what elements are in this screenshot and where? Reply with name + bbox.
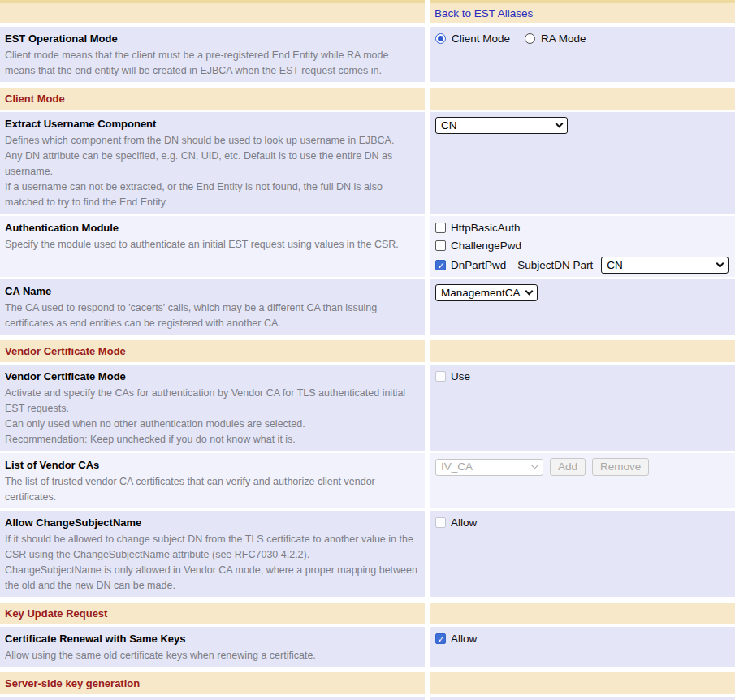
row-list-of-vendor-cas: List of Vendor CAs The list of trusted v…	[0, 453, 735, 508]
challengepwd-checkbox-label: ChallengePwd	[451, 240, 521, 252]
client-mode-radio-label: Client Mode	[452, 32, 510, 45]
section-client-mode: Client Mode Extract Username Component D…	[0, 88, 735, 335]
ca-name-select[interactable]: ManagementCA	[435, 284, 538, 301]
row-certificate-renewal: Certificate Renewal with Same Keys Allow…	[0, 627, 735, 667]
ca-name-info: CA Name The CA used to respond to 'cacer…	[0, 279, 425, 335]
vendor-certificate-mode-desc2: Can only used when no other authenticati…	[5, 417, 420, 432]
vendor-certificate-mode-label: Vendor Certificate Mode	[5, 369, 420, 383]
certificate-renewal-info: Certificate Renewal with Same Keys Allow…	[0, 627, 425, 667]
row-extract-username-component: Extract Username Component Defines which…	[0, 112, 735, 214]
extract-username-desc2: Any DN attribute can be specified, e.g. …	[5, 149, 420, 179]
vendor-ca-list-desc: The list of trusted vendor CA certificat…	[5, 474, 420, 505]
authentication-module-info: Authentication Module Specify the module…	[0, 216, 425, 277]
subjectdn-part-select[interactable]: CN	[601, 257, 729, 274]
server-side-section-header-right	[430, 672, 735, 694]
vendor-use-checkbox-label: Use	[451, 370, 470, 382]
add-vendor-ca-button: Add	[550, 458, 586, 476]
ra-mode-radio[interactable]	[525, 33, 535, 44]
ca-name-select-value: ManagementCA	[441, 287, 521, 299]
row-authentication-module: Authentication Module Specify the module…	[0, 216, 735, 277]
est-operational-mode-controls: Client Mode RA Mode	[430, 27, 735, 82]
top-band-left	[0, 0, 425, 23]
server-side-section-title: Server-side key generation	[5, 677, 140, 689]
allow-change-subject-name-checkbox-label: Allow	[451, 516, 477, 529]
remove-vendor-ca-button: Remove	[592, 458, 649, 476]
allow-change-subject-name-label: Allow ChangeSubjectName	[5, 516, 420, 529]
row-vendor-certificate-mode: Vendor Certificate Mode Activate and spe…	[0, 365, 735, 451]
subjectdn-part-label: SubjectDN Part	[517, 259, 593, 271]
dnpartpwd-checkbox-label: DnPartPwd	[451, 259, 506, 271]
enable-server-side-keygen-controls: Allow	[430, 697, 735, 700]
certificate-renewal-controls: Allow	[430, 627, 735, 667]
ra-mode-radio-label: RA Mode	[541, 32, 586, 45]
allow-change-subject-name-checkbox	[435, 517, 446, 528]
vendor-use-checkbox	[435, 371, 446, 382]
client-mode-section-title: Client Mode	[5, 93, 65, 105]
row-allow-change-subject-name: Allow ChangeSubjectName If it should be …	[0, 511, 735, 597]
vendor-section-header: Vendor Certificate Mode	[0, 340, 735, 362]
allow-change-subject-name-desc1: If it should be allowed to change subjec…	[5, 532, 420, 563]
est-operational-mode-desc: Client mode means that the client must b…	[5, 48, 420, 79]
vendor-certificate-mode-desc1: Activate and specify the CAs for authent…	[5, 386, 420, 417]
vendor-section-header-right	[430, 340, 735, 362]
vendor-section-title: Vendor Certificate Mode	[5, 345, 126, 357]
chevron-down-icon	[716, 259, 724, 267]
extract-username-controls: CN	[430, 112, 735, 214]
allow-change-subject-name-controls: Allow	[430, 511, 735, 597]
key-update-section-title: Key Update Request	[5, 607, 107, 620]
chevron-down-icon	[556, 119, 564, 127]
httpbasicauth-checkbox[interactable]	[435, 223, 446, 233]
extract-username-label: Extract Username Component	[5, 117, 420, 131]
client-mode-section-header-right	[430, 88, 735, 110]
chevron-down-icon	[531, 461, 539, 469]
ca-name-label: CA Name	[5, 284, 420, 298]
challengepwd-checkbox[interactable]	[435, 240, 446, 251]
chevron-down-icon	[525, 287, 533, 295]
extract-username-desc3: If a username can not be extracted, or t…	[5, 179, 420, 210]
extract-username-info: Extract Username Component Defines which…	[0, 112, 425, 214]
subjectdn-part-select-value: CN	[607, 259, 623, 271]
row-enable-server-side-keygen: Enable server side key generation Client…	[0, 697, 735, 700]
vendor-certificate-mode-desc3: Recommendation: Keep unchecked if you do…	[5, 432, 420, 447]
client-mode-radio[interactable]	[435, 33, 446, 44]
vendor-certificate-mode-info: Vendor Certificate Mode Activate and spe…	[0, 365, 425, 451]
vendor-ca-select-value: IV_CA	[441, 460, 473, 473]
certificate-renewal-label: Certificate Renewal with Same Keys	[5, 632, 420, 646]
extract-username-desc1: Defines which component from the DN shou…	[5, 133, 420, 149]
est-operational-mode-label: EST Operational Mode	[5, 32, 420, 45]
httpbasicauth-checkbox-label: HttpBasicAuth	[451, 222, 521, 234]
vendor-ca-list-controls: IV_CA Add Remove	[430, 453, 735, 508]
vendor-ca-list-info: List of Vendor CAs The list of trusted v…	[0, 453, 425, 508]
extract-username-select-value: CN	[441, 119, 457, 132]
server-side-section-header: Server-side key generation	[0, 672, 735, 694]
section-est-operational-mode: Back to EST Aliases EST Operational Mode…	[0, 0, 735, 82]
row-ca-name: CA Name The CA used to respond to 'cacer…	[0, 279, 735, 335]
est-operational-mode-info: EST Operational Mode Client mode means t…	[0, 27, 425, 82]
allow-change-subject-name-desc2: ChangeSubjectName is only allowed in Ven…	[5, 563, 420, 594]
dnpartpwd-checkbox[interactable]	[435, 260, 446, 270]
key-update-section-header-right	[430, 603, 735, 624]
top-band: Back to EST Aliases	[0, 0, 735, 23]
authentication-module-controls: HttpBasicAuth ChallengePwd DnPartPwd Sub…	[430, 216, 735, 277]
top-band-right: Back to EST Aliases	[430, 0, 735, 23]
ca-name-desc: The CA used to respond to 'cacerts' call…	[5, 300, 420, 331]
ca-name-controls: ManagementCA	[430, 279, 735, 335]
certificate-renewal-desc: Allow using the same old certificate key…	[5, 648, 420, 663]
certificate-renewal-allow-label: Allow	[451, 633, 477, 645]
row-est-operational-mode: EST Operational Mode Client mode means t…	[0, 27, 735, 82]
client-mode-section-header: Client Mode	[0, 88, 735, 110]
back-to-est-aliases-link[interactable]: Back to EST Aliases	[435, 7, 533, 19]
vendor-ca-select: IV_CA	[435, 459, 543, 476]
vendor-certificate-mode-controls: Use	[430, 365, 735, 451]
key-update-section-header: Key Update Request	[0, 603, 735, 624]
vendor-ca-list-label: List of Vendor CAs	[5, 458, 420, 472]
section-server-side-key-generation: Server-side key generation Enable server…	[0, 672, 735, 700]
section-vendor-certificate-mode: Vendor Certificate Mode Vendor Certifica…	[0, 340, 735, 597]
allow-change-subject-name-info: Allow ChangeSubjectName If it should be …	[0, 511, 425, 597]
certificate-renewal-allow-checkbox[interactable]	[435, 633, 446, 644]
enable-server-side-keygen-info: Enable server side key generation Client…	[0, 697, 425, 700]
section-key-update-request: Key Update Request Certificate Renewal w…	[0, 603, 735, 667]
authentication-module-desc: Specify the module used to authenticate …	[5, 237, 420, 253]
extract-username-select[interactable]: CN	[435, 117, 568, 134]
authentication-module-label: Authentication Module	[5, 221, 420, 235]
